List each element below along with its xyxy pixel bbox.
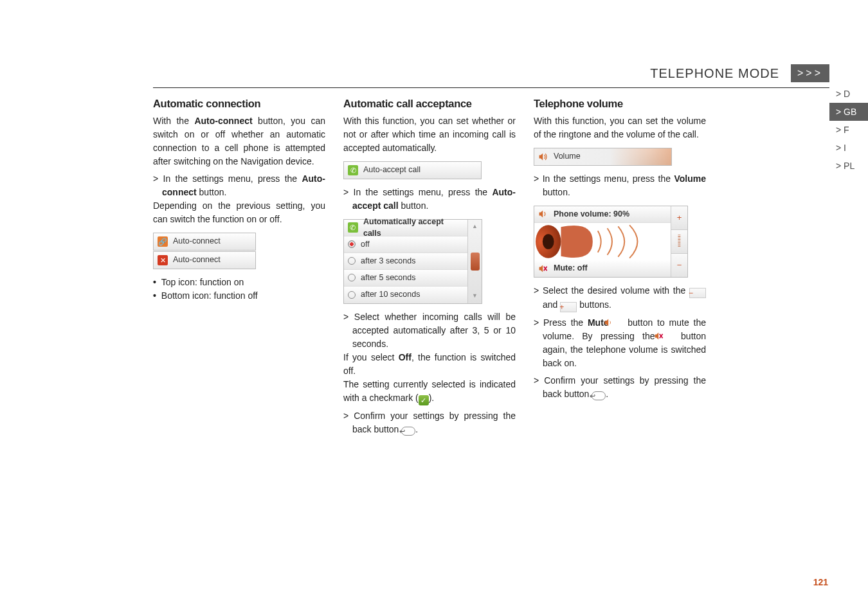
paragraph: With the Auto-connect button, you can sw… [153, 114, 325, 168]
scroll-down-icon: ▼ [472, 292, 478, 301]
mock-auto-accept-bar: ✆ Auto-accept call [343, 161, 482, 179]
heading-telephone-volume: Telephone volume [534, 96, 706, 112]
auto-connect-on-icon: 🔗 [158, 236, 168, 247]
divider [153, 87, 829, 88]
tab-gb[interactable]: > GB [829, 103, 868, 121]
scroll-up-icon: ▲ [472, 222, 478, 231]
mock-auto-accept-list: ✆ Automatically accept calls off after 3… [343, 219, 482, 304]
step: In the settings menu, press the Auto-con… [153, 172, 325, 199]
step: In the settings menu, press the Auto-acc… [343, 186, 516, 213]
back-button-icon: ↩ [592, 391, 606, 400]
mute-x-inline-icon [663, 331, 673, 340]
auto-connect-label: Auto-connect [173, 235, 221, 247]
paragraph: With this function, you can set whether … [343, 114, 516, 155]
volume-plus-button[interactable]: + [671, 206, 687, 230]
step: In the settings menu, press the Volume b… [534, 172, 706, 199]
heading-auto-call-accept: Automatic call acceptance [343, 96, 516, 112]
column-telephone-volume: Telephone volume With this function, you… [534, 96, 706, 436]
mock-volume-panel: Phone volume: 90% [534, 206, 688, 278]
tab-i[interactable]: > I [829, 139, 868, 157]
mock-auto-connect-off: ✕ Auto-connect [153, 251, 256, 269]
language-tabs: > D > GB > F > I > PL [829, 85, 868, 175]
minus-button-icon: − [689, 288, 706, 298]
option-10s: after 10 seconds [361, 289, 420, 301]
back-button-icon: ↩ [401, 427, 415, 436]
speaker-icon [538, 152, 548, 161]
phone-accept-icon: ✆ [348, 165, 358, 175]
volume-controls: + ≡≡≡≡ − [671, 206, 687, 277]
list-title: Automatically accept calls [363, 216, 464, 240]
step: Select whether incoming calls will be ac… [343, 310, 516, 351]
radio-icon [348, 257, 356, 265]
scrollbar: ▲ ▼ [467, 220, 482, 303]
volume-ticks: ≡≡≡≡ [671, 230, 687, 254]
auto-accept-label: Auto-accept call [363, 164, 420, 176]
bullet-item: Top icon: function on [153, 276, 325, 289]
column-auto-call-accept: Automatic call acceptance With this func… [343, 96, 516, 436]
phone-volume-value: Phone volume: 90% [554, 208, 629, 220]
page-number: 121 [813, 577, 828, 587]
paragraph: The setting currently selected is indica… [343, 378, 516, 405]
mute-inline-icon [613, 317, 623, 326]
column-auto-connection: Automatic connection With the Auto-conne… [153, 96, 325, 436]
plus-button-icon: + [560, 302, 577, 312]
option-3s: after 3 seconds [361, 255, 415, 267]
mock-auto-connect-on: 🔗 Auto-connect [153, 233, 256, 251]
radio-icon [348, 291, 356, 299]
svg-point-2 [543, 234, 554, 249]
step: Confirm your settings by pressing the ba… [534, 374, 706, 401]
paragraph: If you select Off, the function is switc… [343, 351, 516, 378]
paragraph: Depending on the previous setting, you c… [153, 199, 325, 226]
heading-auto-connection: Automatic connection [153, 96, 325, 112]
step: Select the desired volume with the − and… [534, 284, 706, 312]
list-title-icon: ✆ [348, 222, 358, 233]
speaker-illustration [534, 223, 671, 260]
tab-f[interactable]: > F [829, 121, 868, 139]
speaker-icon [538, 209, 548, 218]
paragraph: With this function, you can set the volu… [534, 114, 706, 141]
auto-connect-off-icon: ✕ [158, 255, 168, 265]
mute-status: Mute: off [554, 262, 588, 274]
bullet-item: Bottom icon: function off [153, 289, 325, 303]
step: Confirm your settings by pressing the ba… [343, 409, 516, 436]
option-off: off [361, 238, 370, 251]
step: Press the Mute button to mute the volume… [534, 316, 706, 370]
radio-icon [348, 274, 356, 281]
checkmark-icon: ✓ [419, 395, 429, 405]
radio-on-icon [348, 240, 356, 248]
volume-minus-button[interactable]: − [671, 254, 687, 277]
volume-label: Volume [554, 150, 581, 163]
mute-icon [538, 264, 548, 273]
page-title: TELEPHONE MODE [153, 66, 791, 81]
tab-d[interactable]: > D [829, 85, 868, 103]
header-chevron-icon: >>> [791, 64, 829, 82]
auto-connect-label: Auto-connect [173, 254, 221, 266]
option-5s: after 5 seconds [361, 272, 415, 284]
tab-pl[interactable]: > PL [829, 157, 868, 175]
scroll-thumb [471, 253, 480, 271]
